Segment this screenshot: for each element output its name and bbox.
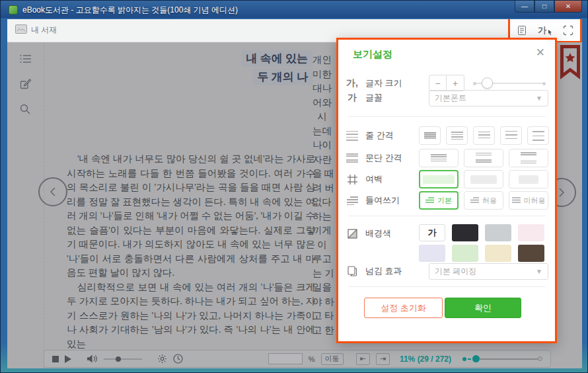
app-surface: 내 서재 가 [7, 19, 582, 368]
indent-option-allow[interactable]: 허용 [464, 191, 503, 210]
line-spacing-label: 줄 간격 [365, 130, 394, 142]
line-spacing-icon [345, 131, 359, 141]
font-size-slider-thumb[interactable] [482, 77, 493, 89]
bg-swatch[interactable] [485, 224, 511, 241]
font-size-minus-button[interactable]: − [429, 75, 447, 91]
paragraph-spacing-option-3[interactable] [509, 149, 548, 167]
line-spacing-option-3[interactable] [473, 126, 495, 145]
app-icon [9, 5, 18, 15]
background-color-icon [345, 229, 359, 239]
fullscreen-icon [563, 25, 573, 36]
font-family-value: 기본폰트 [435, 93, 466, 104]
font-settings-button[interactable]: 가 [538, 24, 552, 36]
maximize-button[interactable]: □ [534, 1, 554, 13]
font-family-label: 글꼴 [365, 92, 383, 104]
paragraph-spacing-option-2[interactable] [464, 149, 503, 167]
line-spacing-option-4[interactable] [500, 126, 522, 145]
margin-icon [345, 175, 359, 185]
bg-swatch[interactable] [518, 224, 544, 241]
chevron-down-icon: ▼ [536, 95, 542, 102]
bg-swatch[interactable] [452, 245, 478, 262]
font-icon: 가 [345, 92, 359, 104]
paragraph-spacing-option-1[interactable] [419, 149, 459, 167]
divider [348, 216, 546, 216]
margin-option-2[interactable] [464, 170, 503, 188]
line-spacing-option-1[interactable] [419, 126, 441, 145]
my-library-button[interactable]: 내 서재 [15, 24, 57, 36]
bg-swatch-white[interactable]: 가 [419, 224, 445, 241]
reset-settings-button[interactable]: 설정 초기화 [364, 298, 443, 318]
line-spacing-option-2[interactable] [446, 126, 468, 145]
margin-option-3[interactable] [509, 170, 548, 188]
library-icon [15, 24, 27, 36]
font-settings-icon: 가 [538, 24, 546, 36]
indent-option-disallow[interactable]: 미허용 [509, 191, 548, 210]
font-size-icon: 가, [345, 77, 359, 89]
divider [348, 116, 546, 117]
paragraph-spacing-icon [345, 153, 359, 163]
view-settings-panel: 보기설정 ✕ 가, 글자 크기 − + 가 글꼴 [336, 38, 557, 343]
indent-icon [345, 196, 359, 205]
page-flip-value: 기본 페이징 [435, 266, 476, 277]
font-size-slider[interactable] [474, 75, 545, 91]
bg-swatch[interactable] [485, 245, 511, 262]
window-title: eBook도서관 - 고요할수록 밝아지는 것들(100쇄 기념 에디션) [22, 5, 238, 16]
cursor-icon [548, 30, 552, 35]
paragraph-spacing-label: 문단 간격 [365, 152, 402, 164]
font-size-plus-button[interactable]: + [447, 75, 464, 91]
close-button[interactable]: ✕ [554, 1, 582, 13]
margin-label: 여백 [365, 173, 383, 185]
line-spacing-option-5[interactable] [527, 126, 549, 145]
panel-title: 보기설정 [353, 48, 392, 61]
bg-swatch[interactable] [419, 245, 445, 262]
margin-option-1-selected[interactable] [419, 170, 459, 188]
indent-option-default-selected[interactable]: 기본 [419, 191, 459, 210]
divider [348, 286, 546, 287]
font-size-label: 글자 크기 [365, 77, 402, 89]
bg-swatch[interactable] [452, 224, 478, 241]
font-family-select[interactable]: 기본폰트 ▼ [429, 90, 548, 106]
indent-label: 들여쓰기 [365, 194, 400, 206]
background-color-swatches: 가 [419, 224, 552, 262]
minimize-button[interactable]: — [515, 1, 534, 13]
my-library-label: 내 서재 [31, 24, 57, 36]
confirm-button[interactable]: 확인 [445, 298, 521, 318]
page-view-button[interactable] [517, 25, 527, 36]
chevron-down-icon: ▼ [536, 268, 542, 275]
app-window: eBook도서관 - 고요할수록 밝아지는 것들(100쇄 기념 에디션) — … [0, 0, 588, 373]
fullscreen-button[interactable] [563, 25, 573, 36]
page-view-icon [517, 25, 527, 36]
panel-close-button[interactable]: ✕ [536, 46, 545, 60]
page-flip-label: 넘김 효과 [365, 265, 402, 277]
window-titlebar: eBook도서관 - 고요할수록 밝아지는 것들(100쇄 기념 에디션) [9, 3, 508, 17]
bg-swatch[interactable] [518, 245, 544, 262]
page-flip-icon [345, 266, 359, 276]
background-color-label: 배경색 [365, 228, 391, 239]
page-flip-select[interactable]: 기본 페이징 ▼ [429, 263, 548, 280]
